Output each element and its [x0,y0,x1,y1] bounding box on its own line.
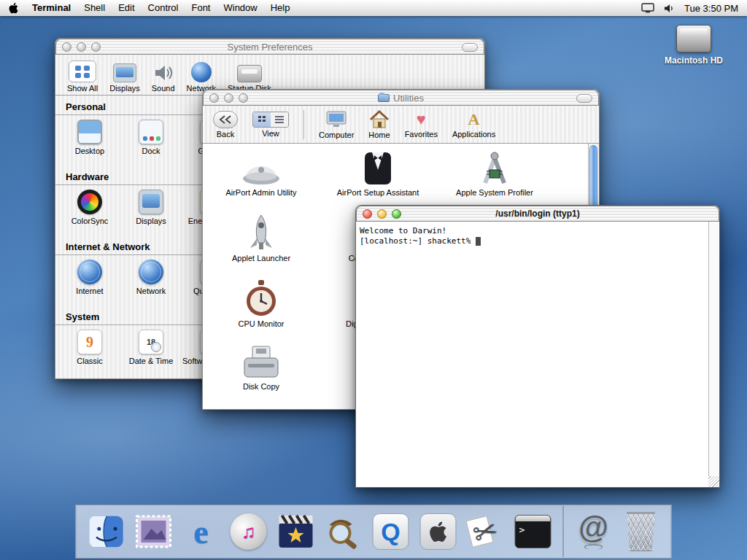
close-button[interactable] [209,93,219,103]
dock-trash[interactable] [620,510,662,553]
cpu-monitor-icon [244,279,279,317]
terminal-scrollbar[interactable] [708,222,719,487]
dock-separator [563,506,564,557]
desktop-pref-icon [77,120,102,144]
show-all-button[interactable]: Show All [67,61,98,93]
dock-terminal[interactable]: > [512,510,554,553]
menu-clock[interactable]: Tue 3:50 PM [684,3,738,14]
dock-internet-shortcut[interactable]: @ [573,510,615,553]
pref-label: Displays [136,217,166,225]
pref-dock[interactable]: Dock [120,120,182,155]
terminal-prompt-line: [localhost:~] shackett% [360,236,705,246]
utility-airport-setup[interactable]: AirPort Setup Assistant [323,148,433,197]
menu-app-name[interactable]: Terminal [26,0,77,16]
minimize-button[interactable] [77,42,86,52]
utility-label: Apple System Profiler [456,188,533,197]
q-glyph: Q [381,518,400,546]
menu-help[interactable]: Help [264,0,297,16]
terminal-window: /usr/bin/login (ttyp1) Welcome to Darwin… [355,205,720,488]
internet-pref-icon [77,260,102,284]
apple-menu[interactable] [0,0,26,16]
applet-launcher-icon [245,214,277,252]
computer-button[interactable]: Computer [319,110,354,139]
applications-button[interactable]: A Applications [452,111,495,139]
dock-imovie[interactable] [275,510,317,553]
toolbar-toggle-button[interactable] [576,94,592,103]
menu-control[interactable]: Control [142,0,185,16]
pref-colorsync[interactable]: ColorSync [59,190,120,225]
utility-label: AirPort Setup Assistant [337,188,419,197]
pref-internet[interactable]: Internet [59,260,120,295]
applications-icon: A [468,111,480,128]
utility-airport-admin[interactable]: AirPort Admin Utility [206,148,316,197]
close-button[interactable] [363,209,372,219]
utilities-titlebar[interactable]: Utilities [203,90,599,106]
minimize-button[interactable] [224,93,233,103]
terminal-app-icon: > [515,515,551,548]
dock-pref-icon [139,120,163,144]
resize-grip[interactable] [708,476,719,487]
pref-date-time[interactable]: 18 Date & Time [120,330,182,365]
menu-edit[interactable]: Edit [112,0,141,16]
dock-finder[interactable] [85,510,128,553]
list-view-button[interactable] [271,112,288,127]
volume-menu-icon[interactable] [664,4,675,13]
zoom-button[interactable] [91,42,101,52]
zoom-button[interactable] [239,93,248,103]
utility-system-profiler[interactable]: Apple System Profiler [440,148,549,197]
pref-desktop[interactable]: Desktop [59,120,120,155]
dock-internet-explorer[interactable]: e [180,510,222,553]
dock-sherlock[interactable] [322,510,365,553]
utility-label: Applet Launcher [232,254,290,262]
menu-font[interactable]: Font [185,0,217,16]
sound-toolbar-button[interactable]: Sound [152,63,175,93]
menu-shell[interactable]: Shell [77,0,112,16]
displays-pref-icon [139,190,163,214]
toolbar-toggle-button[interactable] [462,43,478,52]
music-note-icon: ♫ [241,521,256,543]
itunes-cd-icon: ♫ [231,513,267,550]
dock-clippings[interactable]: ✂ [465,510,507,553]
back-button[interactable]: Back [213,111,238,139]
favorites-button[interactable]: ♥ Favorites [405,111,438,139]
network-toolbar-button[interactable]: Network [187,62,216,93]
back-icon [213,111,238,128]
pref-classic[interactable]: 9 Classic [59,330,120,365]
home-button[interactable]: Home [368,110,390,139]
utility-applet-launcher[interactable]: Applet Launcher [206,214,316,262]
pref-label: Desktop [75,147,104,155]
pref-displays[interactable]: Displays [120,190,182,225]
view-control[interactable]: View [252,112,289,138]
minimize-button[interactable] [377,209,387,219]
dock-itunes[interactable]: ♫ [228,510,270,553]
dock-quicktime[interactable]: Q [370,510,412,553]
system-preferences-titlebar[interactable]: System Preferences [55,39,484,55]
utility-disk-copy[interactable]: Disk Copy [206,342,316,391]
desktop[interactable]: Terminal Shell Edit Control Font Window … [0,0,747,560]
macintosh-hd-icon[interactable]: Macintosh HD [660,25,727,66]
displays-toolbar-button[interactable]: Displays [109,63,140,93]
close-button[interactable] [62,42,71,52]
terminal-titlebar[interactable]: /usr/bin/login (ttyp1) [356,206,719,222]
folder-icon [378,94,390,102]
pref-label: ColorSync [71,217,109,225]
window-title: Utilities [233,90,569,106]
home-label: Home [368,131,390,139]
view-label: View [262,129,279,138]
utility-cpu-monitor[interactable]: CPU Monitor [206,279,316,328]
menu-bar: Terminal Shell Edit Control Font Window … [0,0,747,16]
zoom-button[interactable] [392,209,401,219]
displays-menu-icon[interactable] [641,3,654,13]
terminal-content[interactable]: Welcome to Darwin! [localhost:~] shacket… [356,222,719,487]
internet-explorer-icon: e [193,513,208,551]
pref-network[interactable]: Network [120,260,182,295]
terminal-prompt-text: [localhost:~] shackett% [360,236,476,246]
dock-system-preferences[interactable] [417,510,460,553]
pref-label: Date & Time [129,357,174,365]
dock-mail[interactable] [133,510,175,553]
trash-basket-icon [625,512,657,551]
menu-window[interactable]: Window [217,0,263,16]
utility-label: Disk Copy [243,382,279,391]
icon-view-button[interactable] [253,112,271,127]
sound-icon [153,63,174,82]
